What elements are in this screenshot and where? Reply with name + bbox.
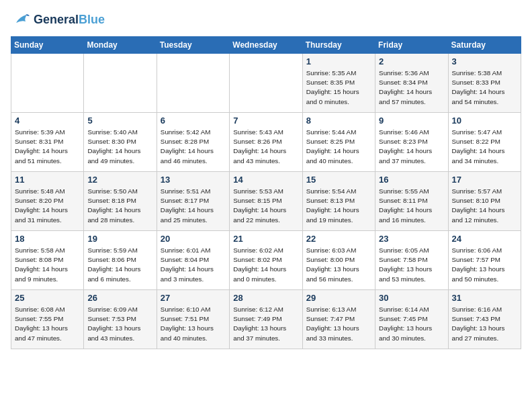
- day-number: 29: [306, 293, 371, 303]
- day-number: 25: [15, 293, 80, 303]
- calendar-cell: 14Sunrise: 5:53 AMSunset: 8:15 PMDayligh…: [230, 172, 302, 231]
- calendar-cell: 15Sunrise: 5:54 AMSunset: 8:13 PMDayligh…: [302, 172, 375, 231]
- day-number: 4: [15, 116, 80, 126]
- day-info: Sunrise: 6:10 AMSunset: 7:51 PMDaylight:…: [161, 305, 226, 343]
- day-number: 27: [161, 293, 226, 303]
- day-info: Sunrise: 5:58 AMSunset: 8:08 PMDaylight:…: [15, 246, 80, 284]
- weekday-header-monday: Monday: [84, 37, 157, 54]
- calendar-cell: 23Sunrise: 6:05 AMSunset: 7:58 PMDayligh…: [375, 231, 448, 290]
- calendar-cell: [230, 54, 302, 113]
- calendar-cell: 19Sunrise: 5:59 AMSunset: 8:06 PMDayligh…: [84, 231, 157, 290]
- weekday-header-tuesday: Tuesday: [157, 37, 229, 54]
- day-number: 13: [161, 175, 226, 185]
- weekday-header-saturday: Saturday: [448, 37, 521, 54]
- calendar-week-5: 25Sunrise: 6:08 AMSunset: 7:55 PMDayligh…: [11, 290, 521, 349]
- day-number: 10: [452, 116, 517, 126]
- day-info: Sunrise: 5:59 AMSunset: 8:06 PMDaylight:…: [87, 246, 152, 284]
- day-number: 18: [15, 234, 80, 244]
- logo-text: GeneralBlue: [34, 13, 105, 27]
- day-number: 19: [87, 234, 152, 244]
- calendar-cell: 11Sunrise: 5:48 AMSunset: 8:20 PMDayligh…: [11, 172, 84, 231]
- weekday-header-wednesday: Wednesday: [230, 37, 302, 54]
- logo: GeneralBlue: [11, 11, 105, 30]
- day-number: 28: [233, 293, 298, 303]
- day-info: Sunrise: 5:54 AMSunset: 8:13 PMDaylight:…: [306, 187, 371, 225]
- calendar-cell: [157, 54, 229, 113]
- day-number: 17: [452, 175, 517, 185]
- day-number: 20: [161, 234, 226, 244]
- day-info: Sunrise: 5:40 AMSunset: 8:30 PMDaylight:…: [87, 128, 152, 166]
- day-number: 23: [379, 234, 444, 244]
- day-info: Sunrise: 5:43 AMSunset: 8:26 PMDaylight:…: [233, 128, 298, 166]
- calendar-table: SundayMondayTuesdayWednesdayThursdayFrid…: [11, 36, 521, 349]
- day-info: Sunrise: 5:42 AMSunset: 8:28 PMDaylight:…: [161, 128, 226, 166]
- day-number: 26: [87, 293, 152, 303]
- day-number: 16: [379, 175, 444, 185]
- weekday-header-row: SundayMondayTuesdayWednesdayThursdayFrid…: [11, 37, 521, 54]
- calendar-cell: 1Sunrise: 5:35 AMSunset: 8:35 PMDaylight…: [302, 54, 375, 113]
- day-info: Sunrise: 6:16 AMSunset: 7:43 PMDaylight:…: [452, 305, 517, 343]
- day-info: Sunrise: 5:57 AMSunset: 8:10 PMDaylight:…: [452, 187, 517, 225]
- day-info: Sunrise: 5:55 AMSunset: 8:11 PMDaylight:…: [379, 187, 444, 225]
- day-number: 30: [379, 293, 444, 303]
- day-info: Sunrise: 6:06 AMSunset: 7:57 PMDaylight:…: [452, 246, 517, 284]
- day-number: 15: [306, 175, 371, 185]
- day-info: Sunrise: 6:12 AMSunset: 7:49 PMDaylight:…: [233, 305, 298, 343]
- calendar-cell: 24Sunrise: 6:06 AMSunset: 7:57 PMDayligh…: [448, 231, 521, 290]
- weekday-header-friday: Friday: [375, 37, 448, 54]
- day-info: Sunrise: 5:50 AMSunset: 8:18 PMDaylight:…: [87, 187, 152, 225]
- day-number: 11: [15, 175, 80, 185]
- day-number: 31: [452, 293, 517, 303]
- calendar-cell: 4Sunrise: 5:39 AMSunset: 8:31 PMDaylight…: [11, 113, 84, 172]
- day-info: Sunrise: 5:44 AMSunset: 8:25 PMDaylight:…: [306, 128, 371, 166]
- calendar-cell: 5Sunrise: 5:40 AMSunset: 8:30 PMDaylight…: [84, 113, 157, 172]
- calendar-cell: 13Sunrise: 5:51 AMSunset: 8:17 PMDayligh…: [157, 172, 229, 231]
- page-header: GeneralBlue: [11, 11, 521, 30]
- day-number: 7: [233, 116, 298, 126]
- day-info: Sunrise: 6:01 AMSunset: 8:04 PMDaylight:…: [161, 246, 226, 284]
- calendar-cell: 25Sunrise: 6:08 AMSunset: 7:55 PMDayligh…: [11, 290, 84, 349]
- day-number: 14: [233, 175, 298, 185]
- calendar-cell: [11, 54, 84, 113]
- calendar-cell: 22Sunrise: 6:03 AMSunset: 8:00 PMDayligh…: [302, 231, 375, 290]
- weekday-header-sunday: Sunday: [11, 37, 84, 54]
- day-info: Sunrise: 5:51 AMSunset: 8:17 PMDaylight:…: [161, 187, 226, 225]
- day-info: Sunrise: 5:48 AMSunset: 8:20 PMDaylight:…: [15, 187, 80, 225]
- calendar-cell: 3Sunrise: 5:38 AMSunset: 8:33 PMDaylight…: [448, 54, 521, 113]
- day-number: 2: [379, 56, 444, 66]
- calendar-cell: 26Sunrise: 6:09 AMSunset: 7:53 PMDayligh…: [84, 290, 157, 349]
- weekday-header-thursday: Thursday: [302, 37, 375, 54]
- calendar-cell: 27Sunrise: 6:10 AMSunset: 7:51 PMDayligh…: [157, 290, 229, 349]
- calendar-week-4: 18Sunrise: 5:58 AMSunset: 8:08 PMDayligh…: [11, 231, 521, 290]
- day-number: 6: [161, 116, 226, 126]
- calendar-cell: 17Sunrise: 5:57 AMSunset: 8:10 PMDayligh…: [448, 172, 521, 231]
- day-info: Sunrise: 6:05 AMSunset: 7:58 PMDaylight:…: [379, 246, 444, 284]
- calendar-cell: 18Sunrise: 5:58 AMSunset: 8:08 PMDayligh…: [11, 231, 84, 290]
- day-number: 3: [452, 56, 517, 66]
- logo-icon: [11, 11, 31, 30]
- calendar-cell: 30Sunrise: 6:14 AMSunset: 7:45 PMDayligh…: [375, 290, 448, 349]
- calendar-cell: [84, 54, 157, 113]
- day-info: Sunrise: 5:39 AMSunset: 8:31 PMDaylight:…: [15, 128, 80, 166]
- calendar-cell: 8Sunrise: 5:44 AMSunset: 8:25 PMDaylight…: [302, 113, 375, 172]
- day-info: Sunrise: 5:46 AMSunset: 8:23 PMDaylight:…: [379, 128, 444, 166]
- calendar-week-3: 11Sunrise: 5:48 AMSunset: 8:20 PMDayligh…: [11, 172, 521, 231]
- day-number: 9: [379, 116, 444, 126]
- day-info: Sunrise: 6:09 AMSunset: 7:53 PMDaylight:…: [87, 305, 152, 343]
- day-info: Sunrise: 6:02 AMSunset: 8:02 PMDaylight:…: [233, 246, 298, 284]
- day-info: Sunrise: 5:47 AMSunset: 8:22 PMDaylight:…: [452, 128, 517, 166]
- calendar-cell: 7Sunrise: 5:43 AMSunset: 8:26 PMDaylight…: [230, 113, 302, 172]
- calendar-cell: 10Sunrise: 5:47 AMSunset: 8:22 PMDayligh…: [448, 113, 521, 172]
- calendar-week-1: 1Sunrise: 5:35 AMSunset: 8:35 PMDaylight…: [11, 54, 521, 113]
- day-info: Sunrise: 5:35 AMSunset: 8:35 PMDaylight:…: [306, 68, 371, 107]
- day-info: Sunrise: 6:03 AMSunset: 8:00 PMDaylight:…: [306, 246, 371, 284]
- day-number: 1: [306, 56, 371, 66]
- day-info: Sunrise: 5:38 AMSunset: 8:33 PMDaylight:…: [452, 68, 517, 107]
- calendar-cell: 16Sunrise: 5:55 AMSunset: 8:11 PMDayligh…: [375, 172, 448, 231]
- day-info: Sunrise: 6:13 AMSunset: 7:47 PMDaylight:…: [306, 305, 371, 343]
- calendar-cell: 29Sunrise: 6:13 AMSunset: 7:47 PMDayligh…: [302, 290, 375, 349]
- day-number: 21: [233, 234, 298, 244]
- calendar-cell: 2Sunrise: 5:36 AMSunset: 8:34 PMDaylight…: [375, 54, 448, 113]
- calendar-week-2: 4Sunrise: 5:39 AMSunset: 8:31 PMDaylight…: [11, 113, 521, 172]
- day-info: Sunrise: 5:36 AMSunset: 8:34 PMDaylight:…: [379, 68, 444, 107]
